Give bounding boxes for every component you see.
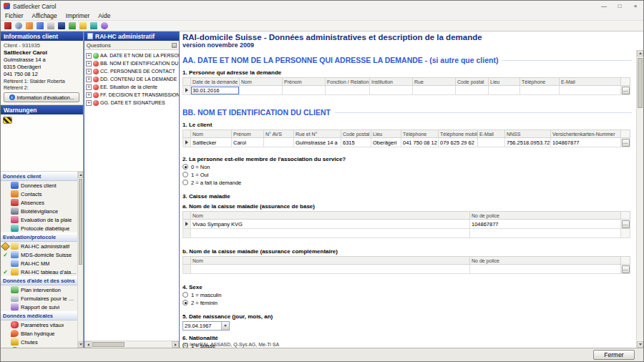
scroll-up-icon[interactable] (637, 50, 643, 57)
evaluation-info-button[interactable]: Information d'évaluation... (4, 92, 79, 102)
minimize-button[interactable]: — (596, 1, 612, 11)
q4-option-1[interactable]: 2 = féminin (182, 299, 632, 306)
client-rue-cell[interactable]: Gulmstrasse 14 a (294, 138, 341, 147)
sidebar-item-rapport-suivi[interactable]: Rapport de suivi (1, 303, 77, 311)
sidebar-item-plan-intervention[interactable]: Plan intervention (1, 285, 77, 294)
scrollbar-thumb[interactable] (638, 58, 643, 108)
client-tel-cell[interactable]: 041 750 08 12 (401, 138, 439, 147)
tree-item-ff[interactable]: FF. DECISION ET TRANSMISSION (84, 91, 179, 99)
tree-item-cc[interactable]: CC. PERSONNES DE CONTACT (84, 67, 179, 75)
menu-aide[interactable]: Aide (94, 12, 114, 19)
expand-plus-icon[interactable] (86, 61, 92, 67)
client-kartennummer-cell[interactable]: 104867877 (551, 138, 621, 147)
menu-imprimer[interactable]: Imprimer (62, 12, 94, 19)
tree-item-bb[interactable]: BB. NOM ET IDENTIFICATION DU CLIENT (84, 59, 179, 67)
more-button[interactable]: … (622, 220, 630, 228)
menu-affichage[interactable]: Affichage (28, 12, 62, 19)
sidebar-item-rai-hc-tableau-alarmes[interactable]: RAI-HC tableau d'alarmes (1, 268, 77, 276)
menu-fichier[interactable]: Fichier (1, 12, 28, 19)
expand-plus-icon[interactable] (86, 92, 92, 98)
birthdate-combobox[interactable]: 29.04.1967 (182, 321, 230, 331)
q2-option-1[interactable]: 1 = Oui (182, 171, 632, 178)
toolbar-people-button[interactable] (35, 21, 45, 31)
client-prenom-cell[interactable]: Carol (232, 138, 264, 147)
nav-group-donnees-client[interactable]: Données client (1, 172, 77, 181)
expand-plus-icon[interactable] (86, 53, 92, 59)
client-email-cell[interactable] (478, 138, 505, 147)
radio-button[interactable] (182, 172, 188, 177)
sidebar-item-formulaires-medecin[interactable]: Formulaires pour le médecin (1, 294, 77, 303)
radio-button-selected[interactable] (182, 164, 188, 170)
more-button[interactable]: … (622, 139, 630, 147)
sidebar-item-absences[interactable]: Absences (1, 198, 77, 207)
q2-option-2[interactable]: 2 = a fait la demande (182, 179, 632, 186)
pin-icon[interactable] (172, 43, 177, 48)
tree-item-gg[interactable]: GG. DATE ET SIGNATURES (84, 99, 179, 107)
date-demande-cell[interactable]: 30.01.2016 (191, 86, 240, 95)
row-selector[interactable] (183, 229, 191, 238)
sidebar-item-denutrition[interactable]: Dénutrition (1, 346, 77, 348)
nav-group-evaluation-protocole[interactable]: Evaluation/protocole (1, 233, 77, 242)
expand-plus-icon[interactable] (86, 100, 92, 106)
toolbar-help-button[interactable] (99, 21, 109, 31)
more-button[interactable]: … (622, 87, 630, 94)
form-scrollbar[interactable] (636, 50, 643, 348)
scroll-down-icon[interactable] (78, 341, 83, 348)
toolbar-calendar-button[interactable] (78, 21, 88, 31)
sidebar-item-rai-hc-administratif[interactable]: RAI-HC administratif (1, 242, 77, 250)
client-cp-cell[interactable]: 6315 (341, 138, 371, 147)
tree-item-dd[interactable]: DD. CONTENU DE LA DEMANDE (84, 75, 179, 83)
row-selector[interactable] (183, 86, 191, 95)
sidebar-scrollbar[interactable] (77, 172, 83, 348)
sidebar-item-donnees-client[interactable]: Données client (1, 181, 77, 190)
sidebar-item-protocole-diabetique[interactable]: Protocole diabétique (1, 224, 77, 233)
close-form-button[interactable]: Fermer (593, 350, 635, 360)
client-lieu-cell[interactable]: Oberägeri (371, 138, 401, 147)
scroll-down-icon[interactable] (637, 341, 643, 348)
toolbar-chart-button[interactable] (67, 21, 77, 31)
sidebar-item-rai-hc-mm[interactable]: RAI-HC MM (1, 259, 77, 268)
sidebar-item-mds-domicile-suisse[interactable]: MDS-domicile Suisse (1, 250, 77, 259)
q2-option-0[interactable]: 0 = Non (182, 163, 632, 170)
insurance-police-cell[interactable]: 104867877 (470, 220, 621, 229)
expand-plus-icon[interactable] (86, 84, 92, 90)
row-selector[interactable] (183, 220, 191, 229)
scrollbar-thumb[interactable] (79, 179, 82, 265)
scroll-right-icon[interactable] (172, 341, 179, 348)
toolbar-print-button[interactable] (46, 21, 56, 31)
toolbar-settings-button[interactable] (89, 21, 99, 31)
expand-plus-icon[interactable] (86, 69, 92, 74)
maximize-button[interactable]: □ (612, 1, 628, 11)
radio-button[interactable] (182, 180, 188, 185)
scroll-left-icon[interactable] (84, 341, 92, 348)
row-selector[interactable] (183, 138, 191, 147)
q4-option-0[interactable]: 1 = masculin (182, 291, 632, 298)
sidebar-item-chutes[interactable]: Chutes (1, 338, 77, 346)
nav-group-donnees-medicales[interactable]: Données médicales (1, 311, 77, 321)
sidebar-item-bilan-hydrique[interactable]: Bilan hydrique (1, 329, 77, 338)
sidebar-item-evaluation-plaie[interactable]: Evaluation de la plaie (1, 215, 77, 224)
client-mobile-cell[interactable]: 079 625 29 62 (439, 138, 478, 147)
chevron-down-icon[interactable] (221, 322, 229, 330)
radio-button-selected[interactable] (182, 300, 188, 305)
toolbar-search-button[interactable] (14, 21, 24, 31)
client-nnss-cell[interactable]: 756.2518.0953.72 (505, 138, 551, 147)
scrollbar-thumb[interactable] (92, 342, 125, 347)
radio-button[interactable] (182, 292, 188, 298)
sidebar-item-contacts[interactable]: Contacts (1, 190, 77, 198)
client-nom-cell[interactable]: Sattlecker (191, 138, 232, 147)
tree-item-ee[interactable]: EE. Situation de la cliente (84, 83, 179, 91)
client-avs-cell[interactable] (264, 138, 294, 147)
tree-horizontal-scrollbar[interactable] (84, 341, 179, 348)
toolbar-person-button[interactable] (24, 21, 34, 31)
close-button[interactable]: × (628, 1, 643, 11)
scroll-up-icon[interactable] (78, 172, 83, 178)
expand-plus-icon[interactable] (86, 77, 92, 82)
sidebar-item-parametres-vitaux[interactable]: Paramètres vitaux (1, 321, 77, 329)
row-selector[interactable] (183, 265, 191, 274)
insurance-name-cell[interactable]: Vivao Sympany KVG (191, 220, 470, 229)
toolbar-save-button[interactable] (57, 21, 67, 31)
toolbar-client-button[interactable] (3, 21, 13, 31)
more-button[interactable]: … (622, 265, 630, 273)
tree-item-aa[interactable]: AA. DATE ET NOM DE LA PERSONNE QUI ADRES… (84, 52, 179, 59)
